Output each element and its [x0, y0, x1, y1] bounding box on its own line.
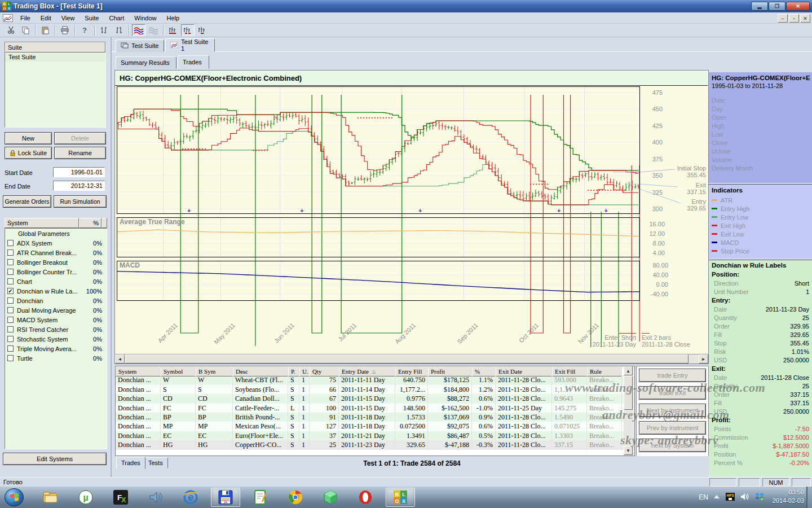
- system-checkbox[interactable]: ✓: [7, 288, 14, 294]
- system-checkbox[interactable]: [7, 336, 14, 342]
- file-explorer-taskbar-icon[interactable]: [36, 488, 65, 507]
- windows-start-button[interactable]: [5, 488, 24, 506]
- system-row[interactable]: Bollinger Breakout0%: [5, 257, 107, 267]
- system-row[interactable]: ADX System0%: [5, 238, 107, 248]
- scale-up-icon[interactable]: [98, 24, 111, 36]
- table-row[interactable]: Donchian ...BPBPBritish Pound-...S191201…: [116, 413, 634, 422]
- text-editor-taskbar-icon[interactable]: [246, 488, 275, 507]
- new-button[interactable]: New: [5, 132, 52, 144]
- waves-color-icon[interactable]: [132, 24, 145, 36]
- start-date-input[interactable]: [53, 167, 105, 177]
- hfs-server-icon[interactable]: HFS: [725, 492, 735, 503]
- column-header-p[interactable]: P.: [288, 366, 299, 376]
- chrome-taskbar-icon[interactable]: [281, 488, 310, 507]
- column-header-symbol[interactable]: Symbol: [161, 366, 196, 376]
- system-row[interactable]: Global Parameters: [5, 229, 107, 238]
- rename-button[interactable]: Rename: [54, 147, 106, 159]
- restore-button[interactable]: ❐: [769, 2, 785, 11]
- plot-marks-3-icon[interactable]: [196, 24, 209, 36]
- column-header-u[interactable]: U.: [299, 366, 310, 376]
- end-date-input[interactable]: [53, 181, 105, 191]
- suite-item[interactable]: Test Suite: [5, 52, 105, 62]
- opera-taskbar-icon[interactable]: [351, 488, 380, 507]
- system-column-header[interactable]: System: [5, 218, 79, 228]
- mdi-minimize-button[interactable]: –: [778, 14, 788, 23]
- generate-orders-button[interactable]: Generate Orders: [3, 195, 51, 208]
- table-row[interactable]: Donchian ...FCFCCattle-Feeder-...L110020…: [116, 404, 634, 413]
- price-chart[interactable]: Apr 2011May 2011Jun 2011Jul 2011Aug 2011…: [117, 86, 708, 354]
- scroll-right-arrow[interactable]: ►: [699, 354, 708, 364]
- delete-button[interactable]: Delete: [54, 132, 106, 144]
- scale-down-icon[interactable]: [112, 24, 126, 36]
- taskbar-clock[interactable]: 03:50 2014-02-03: [773, 488, 804, 505]
- table-row[interactable]: Donchian ...HGHGCopperHG-CO...S1252011-1…: [116, 440, 634, 449]
- system-row[interactable]: ATR Channel Break...0%: [5, 248, 107, 257]
- system-row[interactable]: ✓Donchian w Rule La...100%: [5, 286, 107, 296]
- column-header-desc[interactable]: Desc: [233, 366, 288, 376]
- table-scroll-up-arrow[interactable]: ▲: [624, 366, 633, 375]
- lock-suite-button[interactable]: Lock Suite: [5, 147, 52, 159]
- column-header-entryfill[interactable]: Entry Fill: [395, 366, 428, 376]
- edit-systems-button[interactable]: Edit Systems: [3, 453, 107, 465]
- column-header-entrydate[interactable]: Entry Date△: [339, 366, 395, 376]
- internet-explorer-taskbar-icon[interactable]: e: [176, 488, 205, 507]
- system-checkbox[interactable]: [7, 259, 14, 265]
- system-row[interactable]: MACD System0%: [5, 315, 107, 325]
- copy-icon[interactable]: [19, 24, 32, 36]
- language-indicator[interactable]: EN: [699, 493, 708, 501]
- menu-chart[interactable]: Chart: [104, 13, 129, 23]
- system-row[interactable]: Stochastic System0%: [5, 334, 107, 344]
- table-row[interactable]: Donchian ...WWWheat-CBT (Fl...S1752011-1…: [116, 375, 634, 384]
- waves-gray-icon[interactable]: [147, 24, 160, 36]
- menu-edit[interactable]: Edit: [36, 13, 56, 23]
- system-row[interactable]: Dual Moving Average0%: [5, 305, 107, 315]
- green-cube-app-taskbar-icon[interactable]: [316, 488, 345, 507]
- trading-blox-taskbar-icon[interactable]: BLOX: [386, 488, 415, 507]
- system-row[interactable]: Donchian0%: [5, 296, 107, 305]
- run-simulation-button[interactable]: Run Simulation: [54, 195, 107, 208]
- column-header-exitdate[interactable]: Exit Date: [496, 366, 552, 376]
- percent-column-header[interactable]: %: [79, 218, 102, 228]
- floppy-save-app-taskbar-icon[interactable]: 64: [211, 488, 240, 507]
- tab-test-suite-1[interactable]: Test Suite 1: [165, 38, 215, 52]
- volume-app-taskbar-icon[interactable]: [141, 488, 170, 507]
- table-row[interactable]: Donchian ...CDCDCanadian Doll...S1672011…: [116, 394, 634, 403]
- menu-file[interactable]: File: [15, 13, 36, 23]
- show-desktop-button[interactable]: [806, 487, 812, 508]
- mdi-restore-button[interactable]: ▫: [789, 14, 799, 23]
- system-row[interactable]: Turtle0%: [5, 353, 107, 363]
- chart-hscrollbar[interactable]: ◄ ►: [115, 354, 708, 364]
- system-checkbox[interactable]: [7, 326, 14, 332]
- system-checkbox[interactable]: [7, 240, 14, 246]
- system-row[interactable]: Triple Moving Avera...0%: [5, 344, 107, 353]
- subtab-summary-results[interactable]: Summary Results: [116, 56, 176, 69]
- print-icon[interactable]: [58, 24, 72, 36]
- tray-volume-icon[interactable]: [740, 493, 749, 502]
- system-row[interactable]: Bollinger Counter Tr...0%: [5, 267, 107, 277]
- subtab-trades[interactable]: Trades: [178, 55, 209, 69]
- system-checkbox[interactable]: [7, 307, 14, 313]
- dropbox-icon[interactable]: [754, 492, 765, 503]
- column-header-rule[interactable]: Rule: [587, 366, 622, 376]
- table-row[interactable]: Donchian ...ECECEuro(Floor+Ele...S137201…: [116, 431, 634, 440]
- system-row[interactable]: RSI Trend Catcher0%: [5, 325, 107, 334]
- paste-icon[interactable]: [38, 24, 52, 36]
- scroll-thumb[interactable]: [125, 354, 689, 364]
- menu-suite[interactable]: Suite: [80, 13, 104, 23]
- scroll-left-arrow[interactable]: ◄: [115, 354, 125, 364]
- system-row[interactable]: Chart0%: [5, 277, 107, 286]
- menu-view[interactable]: View: [56, 13, 80, 23]
- suite-list-header[interactable]: Suite: [5, 42, 105, 52]
- utorrent-taskbar-icon[interactable]: µ: [71, 488, 100, 507]
- menu-window[interactable]: Window: [129, 13, 161, 23]
- system-checkbox[interactable]: [7, 269, 14, 275]
- cut-icon[interactable]: [4, 24, 17, 36]
- system-checkbox[interactable]: [7, 345, 14, 352]
- column-header-bsym[interactable]: B Sym: [196, 366, 233, 376]
- tab-test-suite[interactable]: Test Suite: [116, 40, 164, 52]
- system-checkbox[interactable]: [7, 278, 14, 284]
- mdi-close-button[interactable]: ✕: [800, 14, 810, 23]
- help-icon[interactable]: ?: [78, 24, 91, 36]
- plot-marks-1-icon[interactable]: [166, 24, 180, 36]
- system-checkbox[interactable]: [7, 249, 14, 256]
